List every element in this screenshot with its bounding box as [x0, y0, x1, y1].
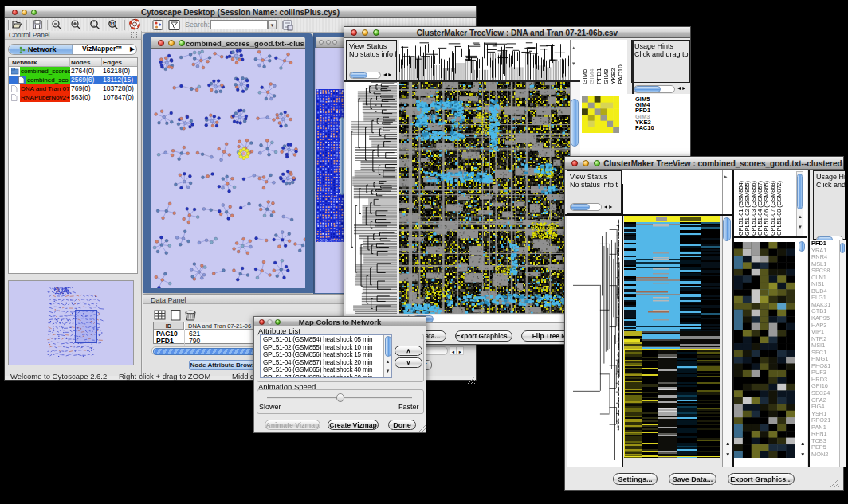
- svg-text:Search:: Search:: [185, 21, 210, 29]
- svg-text:1:1: 1:1: [110, 22, 116, 26]
